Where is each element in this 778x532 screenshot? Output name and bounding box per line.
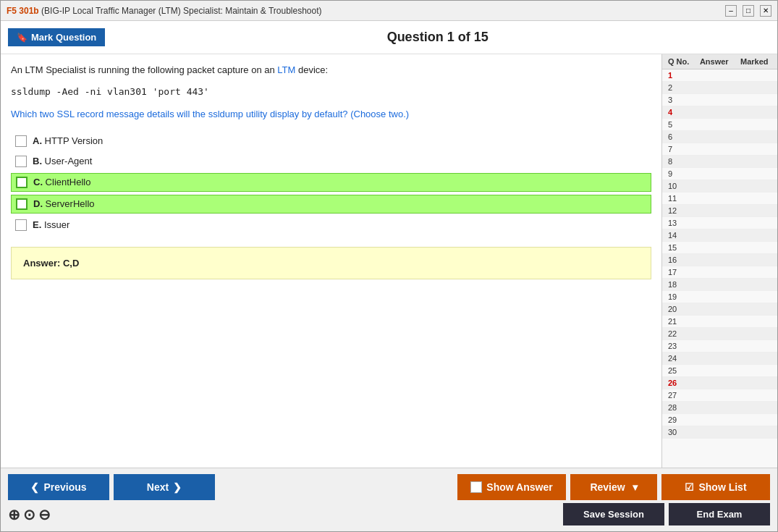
sidebar-cell-marked — [735, 280, 775, 289]
sidebar-row[interactable]: 12 — [662, 205, 777, 217]
sidebar-cell-num: 18 — [665, 280, 694, 289]
sidebar-cell-answer — [694, 169, 735, 178]
end-exam-button[interactable]: End Exam — [669, 503, 770, 525]
window-title: F5 301b (BIG-IP Local Traffic Manager (L… — [7, 6, 322, 16]
close-button[interactable]: ✕ — [760, 5, 771, 17]
show-list-button[interactable]: ☑ Show List — [661, 474, 770, 500]
sidebar-cell-answer — [694, 219, 735, 227]
sidebar-cell-num: 4 — [665, 108, 694, 117]
sidebar-cell-num: 9 — [665, 169, 694, 178]
option-c-checkbox[interactable] — [16, 177, 28, 188]
toolbar: 🔖 Mark Question Question 1 of 15 — [1, 21, 777, 54]
sidebar-row[interactable]: 18 — [662, 279, 777, 291]
sidebar-row[interactable]: 17 — [662, 266, 777, 279]
option-d-checkbox[interactable] — [16, 198, 28, 210]
sidebar-cell-answer — [694, 96, 735, 104]
sidebar-row[interactable]: 13 — [662, 217, 777, 229]
sidebar-cell-marked — [735, 403, 775, 412]
save-session-button[interactable]: Save Session — [563, 503, 664, 525]
sidebar-row[interactable]: 4 — [662, 106, 777, 119]
option-b[interactable]: B. User-Agent — [11, 153, 651, 170]
main-content: An LTM Specialist is running the followi… — [1, 54, 777, 468]
sidebar-cell-answer — [694, 305, 735, 313]
option-c[interactable]: C. ClientHello — [11, 173, 651, 192]
sidebar-cell-marked — [735, 96, 775, 104]
sidebar-row[interactable]: 5 — [662, 119, 777, 131]
sidebar-cell-answer — [694, 256, 735, 264]
sidebar-row[interactable]: 2 — [662, 82, 777, 94]
sidebar-row[interactable]: 19 — [662, 291, 777, 303]
sidebar-cell-marked — [735, 329, 775, 338]
sidebar-row[interactable]: 10 — [662, 180, 777, 193]
sidebar-cell-marked — [735, 379, 775, 387]
sidebar-cell-marked — [735, 120, 775, 129]
sidebar-row[interactable]: 24 — [662, 352, 777, 365]
sidebar-list[interactable]: 1 2 3 4 5 6 7 8 — [662, 69, 777, 468]
sidebar-row[interactable]: 16 — [662, 254, 777, 266]
sidebar-cell-answer — [694, 366, 735, 375]
sidebar-cell-answer — [694, 71, 735, 80]
option-e-checkbox[interactable] — [15, 219, 27, 231]
zoom-fit-button[interactable]: ⊙ — [23, 506, 35, 523]
sidebar-row[interactable]: 7 — [662, 143, 777, 156]
sidebar-cell-marked — [735, 83, 775, 92]
next-button[interactable]: Next — [114, 474, 215, 500]
bottom-bar: Previous Next Show Answer Review ▾ ☑ Sho… — [1, 468, 777, 531]
sidebar: Q No. Answer Marked 1 2 3 4 5 6 — [661, 54, 777, 468]
sidebar-cell-num: 23 — [665, 342, 694, 350]
sidebar-row[interactable]: 26 — [662, 377, 777, 389]
sidebar-cell-marked — [735, 292, 775, 301]
minimize-button[interactable]: – — [725, 5, 737, 17]
sidebar-cell-answer — [694, 415, 735, 424]
sidebar-row[interactable]: 27 — [662, 389, 777, 402]
sidebar-row[interactable]: 6 — [662, 131, 777, 143]
show-answer-button[interactable]: Show Answer — [457, 474, 566, 500]
sidebar-row[interactable]: 3 — [662, 94, 777, 106]
mark-question-button[interactable]: 🔖 Mark Question — [8, 28, 105, 46]
sidebar-row[interactable]: 1 — [662, 69, 777, 82]
zoom-in-button[interactable]: ⊕ — [8, 506, 20, 523]
sidebar-cell-answer — [694, 108, 735, 117]
sidebar-cell-num: 27 — [665, 391, 694, 400]
sidebar-row[interactable]: 15 — [662, 242, 777, 254]
sidebar-cell-answer — [694, 292, 735, 301]
question-intro: An LTM Specialist is running the followi… — [11, 63, 651, 77]
sidebar-row[interactable]: 9 — [662, 168, 777, 180]
sidebar-cell-num: 25 — [665, 366, 694, 375]
sidebar-row[interactable]: 30 — [662, 426, 777, 439]
option-a[interactable]: A. HTTP Version — [11, 132, 651, 150]
option-d[interactable]: D. ServerHello — [11, 195, 651, 214]
sidebar-row[interactable]: 11 — [662, 193, 777, 205]
prev-chevron-icon — [30, 481, 39, 493]
sidebar-row[interactable]: 23 — [662, 340, 777, 352]
sidebar-cell-num: 8 — [665, 157, 694, 166]
sidebar-cell-answer — [694, 132, 735, 141]
sidebar-cell-marked — [735, 354, 775, 363]
option-a-checkbox[interactable] — [15, 135, 27, 147]
bookmark-icon: 🔖 — [17, 33, 28, 43]
option-e[interactable]: E. Issuer — [11, 216, 651, 234]
sidebar-cell-num: 10 — [665, 182, 694, 190]
zoom-controls: ⊕ ⊙ ⊖ — [8, 506, 51, 523]
sidebar-row[interactable]: 8 — [662, 156, 777, 168]
maximize-button[interactable]: □ — [743, 5, 754, 17]
sidebar-row[interactable]: 22 — [662, 328, 777, 340]
sidebar-row[interactable]: 20 — [662, 303, 777, 316]
app-window: F5 301b (BIG-IP Local Traffic Manager (L… — [0, 0, 778, 532]
review-button[interactable]: Review ▾ — [570, 474, 657, 500]
sidebar-cell-answer — [694, 354, 735, 363]
sidebar-row[interactable]: 29 — [662, 414, 777, 426]
sidebar-row[interactable]: 21 — [662, 316, 777, 328]
sidebar-cell-num: 22 — [665, 329, 694, 338]
sidebar-cell-num: 6 — [665, 132, 694, 141]
sidebar-cell-marked — [735, 415, 775, 424]
ltm-link: LTM — [277, 64, 295, 75]
sidebar-row[interactable]: 25 — [662, 365, 777, 377]
sidebar-row[interactable]: 28 — [662, 402, 777, 414]
previous-button[interactable]: Previous — [8, 474, 109, 500]
sidebar-row[interactable]: 14 — [662, 229, 777, 242]
option-b-checkbox[interactable] — [15, 156, 27, 167]
sidebar-cell-marked — [735, 366, 775, 375]
zoom-out-button[interactable]: ⊖ — [38, 506, 51, 523]
options-list: A. HTTP Version B. User-Agent C. ClientH… — [11, 132, 651, 234]
